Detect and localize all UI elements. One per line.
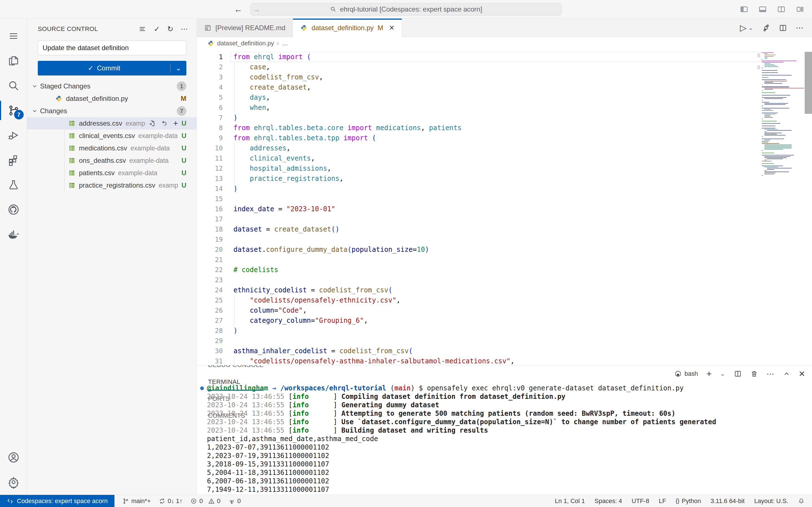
code-line[interactable]: 9from ehrql.tables.beta.tpp import ( (197, 133, 762, 143)
minimap[interactable] (762, 52, 804, 176)
stage-changes-icon[interactable]: + (173, 119, 178, 128)
code-line[interactable]: 29 (197, 336, 762, 346)
eol[interactable]: LF (659, 497, 666, 505)
kill-terminal-trash-icon[interactable] (750, 370, 758, 378)
explorer-icon[interactable] (0, 48, 27, 73)
code-line[interactable]: 12 hospital_admissions, (197, 163, 762, 173)
code-line[interactable]: 30asthma_inhaler_codelist = codelist_fro… (197, 346, 762, 356)
commit-dropdown-icon[interactable]: ⌄ (170, 64, 186, 72)
code-line[interactable]: 24ethnicity_codelist = codelist_from_csv… (197, 285, 762, 295)
code-line[interactable]: 6 when, (197, 103, 762, 113)
code-line[interactable]: 11 clinical_events, (197, 153, 762, 163)
staged-changes-header[interactable]: Staged Changes 1 (27, 80, 197, 93)
toggle-panel-icon[interactable] (758, 5, 767, 13)
code-line[interactable]: 13 practice_registrations, (197, 173, 762, 184)
code-line[interactable]: 8from ehrql.tables.beta.core import medi… (197, 123, 762, 133)
file-row[interactable]: clinical_events.csvexample-dataU (27, 129, 197, 142)
tab-readme-preview[interactable]: [Preview] README.md (197, 18, 293, 37)
new-terminal-icon[interactable]: + (706, 369, 712, 379)
close-tab-icon[interactable]: ✕ (389, 24, 395, 32)
search-view-icon[interactable] (0, 73, 27, 98)
more-actions-icon[interactable]: ⋯ (181, 25, 188, 34)
terminal-output[interactable]: @iaindillingham → /workspaces/ehrql-tuto… (197, 382, 812, 495)
maximize-panel-icon[interactable] (783, 370, 790, 378)
toggle-sidebar-icon[interactable] (740, 5, 748, 13)
file-row[interactable]: patients.csvexample-dataU (27, 167, 197, 179)
back-icon[interactable]: ← (234, 4, 243, 14)
code-line[interactable]: 27 category_column="Grouping_6", (197, 316, 762, 326)
panel-more-icon[interactable]: ⋯ (767, 369, 774, 379)
breadcrumb[interactable]: dataset_definition.py › … (197, 37, 812, 50)
code-line[interactable]: 4 create_dataset, (197, 82, 762, 93)
split-layout-icon[interactable] (777, 5, 785, 13)
tab-dataset-definition[interactable]: dataset_definition.py M ✕ (293, 18, 402, 37)
code-line[interactable]: 10 addresses, (197, 143, 762, 153)
code-editor[interactable]: 1from ehrql import (2 case,3 codelist_fr… (197, 50, 812, 365)
editor-more-icon[interactable]: ⋯ (796, 23, 804, 33)
command-center-search[interactable]: ehrql-tutorial [Codespaces: expert space… (250, 3, 562, 15)
encoding[interactable]: UTF-8 (631, 497, 649, 505)
code-line[interactable]: 18dataset = create_dataset() (197, 224, 762, 234)
open-file-icon[interactable] (148, 120, 156, 127)
code-line[interactable]: 31 "codelists/opensafely-asthma-inhaler-… (197, 356, 762, 365)
cursor-position[interactable]: Ln 1, Col 1 (555, 497, 585, 505)
branch-status[interactable]: main*+ (122, 497, 151, 505)
code-line[interactable]: 7) (197, 113, 762, 123)
command-decoration-dot[interactable] (200, 386, 204, 390)
code-line[interactable]: 15 (197, 194, 762, 204)
code-line[interactable]: 17 (197, 214, 762, 224)
ports-status[interactable]: 0 (229, 497, 241, 505)
run-debug-icon[interactable] (0, 123, 27, 148)
code-line[interactable]: 19 (197, 234, 762, 244)
code-line[interactable]: 20dataset.configure_dummy_data(populatio… (197, 244, 762, 255)
extensions-icon[interactable] (0, 148, 27, 172)
file-row[interactable]: dataset_definition.pyM (27, 93, 197, 105)
account-icon[interactable] (0, 445, 27, 470)
code-line[interactable]: 23 (197, 275, 762, 285)
view-as-list-icon[interactable] (139, 25, 146, 33)
run-dropdown-icon[interactable]: ⌄ (748, 24, 753, 32)
sync-status[interactable]: 0↓ 1↑ (159, 497, 183, 505)
run-python-icon[interactable]: ▷ (740, 23, 746, 33)
commit-message-input[interactable] (38, 41, 186, 55)
close-panel-icon[interactable]: ✕ (799, 369, 805, 379)
file-row[interactable]: addresses.csvexample-data+U (27, 117, 197, 129)
terminal-instance-bash[interactable]: $ bash (674, 370, 698, 378)
discard-changes-icon[interactable] (161, 120, 168, 127)
split-editor-icon[interactable] (779, 24, 787, 32)
github-icon[interactable] (0, 197, 27, 222)
code-line[interactable]: 16index_date = "2023-10-01" (197, 204, 762, 214)
indentation[interactable]: Spaces: 4 (595, 497, 622, 505)
code-line[interactable]: 3 codelist_from_csv, (197, 72, 762, 82)
customize-layout-icon[interactable] (796, 5, 804, 13)
code-line[interactable]: 1from ehrql import ( (197, 52, 762, 62)
forward-icon[interactable]: → (252, 4, 260, 14)
terminal-dropdown-icon[interactable]: ⌄ (720, 370, 725, 378)
refresh-icon[interactable]: ↻ (167, 25, 173, 34)
code-line[interactable]: 2 case, (197, 62, 762, 72)
source-control-icon[interactable]: 7 (0, 98, 27, 123)
code-line[interactable]: 28) (197, 326, 762, 336)
python-interpreter[interactable]: 3.11.6 64-bit (711, 497, 745, 505)
file-row[interactable]: practice_registrations.csvexample-...U (27, 179, 197, 191)
remote-indicator[interactable]: Codespaces: expert space acorn (0, 495, 114, 507)
code-line[interactable]: 21 (197, 255, 762, 265)
code-line[interactable]: 5 days, (197, 93, 762, 103)
editor-scrollbar[interactable] (805, 52, 812, 114)
menu-icon[interactable] (0, 24, 27, 48)
open-changes-icon[interactable] (762, 24, 770, 32)
commit-button[interactable]: ✓ Commit ⌄ (38, 61, 186, 75)
testing-icon[interactable] (0, 172, 27, 197)
file-row[interactable]: medications.csvexample-dataU (27, 142, 197, 154)
problems-status[interactable]: 0 0 (190, 497, 220, 505)
commit-check-icon[interactable]: ✓ (154, 25, 160, 34)
keyboard-layout[interactable]: Layout: U.S. (754, 497, 788, 505)
breadcrumb-more[interactable]: … (282, 40, 288, 47)
language-mode[interactable]: {} Python (675, 497, 701, 505)
file-row[interactable]: ons_deaths.csvexample-dataU (27, 154, 197, 167)
settings-gear-icon[interactable] (0, 470, 27, 495)
changes-header[interactable]: Changes 7 (27, 105, 197, 117)
docker-icon[interactable] (0, 222, 27, 247)
code-line[interactable]: 25 "codelists/opensafely-ethnicity.csv", (197, 295, 762, 305)
code-line[interactable]: 26 column="Code", (197, 305, 762, 316)
